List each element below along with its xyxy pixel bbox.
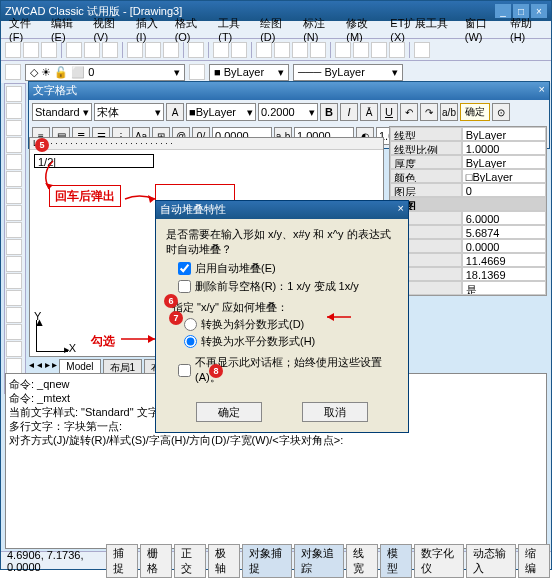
tp-icon[interactable] <box>371 42 387 58</box>
dyn-toggle[interactable]: 动态输入 <box>466 544 516 578</box>
ucs-icon: Y X ▲ ▸ <box>36 320 68 352</box>
rect-icon[interactable] <box>6 154 22 170</box>
menu-file[interactable]: 文件(F) <box>5 15 45 44</box>
annotation-dot-5: 5 <box>35 138 49 152</box>
redo-text-icon[interactable]: ↷ <box>420 103 438 121</box>
annotative-icon[interactable]: A <box>166 103 184 121</box>
cut-icon[interactable] <box>127 42 143 58</box>
linetype-combo[interactable]: ─── ByLayer▾ <box>293 64 403 81</box>
osnap-toggle[interactable]: 对象捕捉 <box>242 544 292 578</box>
zoom-icon[interactable] <box>274 42 290 58</box>
pline-icon[interactable] <box>6 120 22 136</box>
options-icon[interactable]: ⊙ <box>492 103 510 121</box>
menu-modify[interactable]: 修改(M) <box>342 15 384 44</box>
ellipsearc-icon[interactable] <box>6 256 22 272</box>
publish-icon[interactable] <box>102 42 118 58</box>
arc-icon[interactable] <box>6 171 22 187</box>
underline-icon[interactable]: U <box>380 103 398 121</box>
ok-button[interactable]: 确定 <box>196 402 262 422</box>
cmd-line: 对齐方式(J)/旋转(R)/样式(S)/字高(H)/方向(D)/字宽(W)/<字… <box>9 433 543 447</box>
properties-panel: 线型ByLayer 线型比例1.0000 厚度ByLayer 颜色□ByLaye… <box>389 126 547 296</box>
draw-toolbar <box>4 83 26 394</box>
redo-icon[interactable] <box>231 42 247 58</box>
menu-insert[interactable]: 插入(I) <box>132 15 169 44</box>
text-height-combo[interactable]: 0.2000▾ <box>258 103 318 121</box>
line-icon[interactable] <box>6 86 22 102</box>
menu-tools[interactable]: 工具(T) <box>214 15 254 44</box>
undo-text-icon[interactable]: ↶ <box>400 103 418 121</box>
remove-space-checkbox[interactable] <box>178 280 191 293</box>
ellipse-icon[interactable] <box>6 239 22 255</box>
dont-show-checkbox[interactable] <box>178 364 191 377</box>
font-combo[interactable]: 宋体▾ <box>94 103 164 121</box>
save-icon[interactable] <box>41 42 57 58</box>
ortho-toggle[interactable]: 正交 <box>174 544 206 578</box>
annotation-arrow-select <box>321 310 353 324</box>
bold-icon[interactable]: B <box>320 103 338 121</box>
menu-draw[interactable]: 绘图(D) <box>256 15 297 44</box>
prop-value[interactable]: ByLayer <box>462 127 546 141</box>
hatch-icon[interactable] <box>6 324 22 340</box>
copy-icon[interactable] <box>145 42 161 58</box>
scale-toggle[interactable]: 缩编 <box>518 544 550 578</box>
tablet-toggle[interactable]: 数字化仪 <box>414 544 464 578</box>
color-combo[interactable]: ■ ByLayer▾ <box>209 64 289 81</box>
layer-icon[interactable] <box>5 64 21 80</box>
spline-icon[interactable] <box>6 222 22 238</box>
xline-icon[interactable] <box>6 103 22 119</box>
ok-button[interactable]: 确定 <box>460 103 490 121</box>
preview-icon[interactable] <box>84 42 100 58</box>
block-icon[interactable] <box>6 290 22 306</box>
grid-toggle[interactable]: 栅格 <box>140 544 172 578</box>
stack-icon[interactable]: a/b <box>440 103 458 121</box>
undo-icon[interactable] <box>213 42 229 58</box>
dc-icon[interactable] <box>353 42 369 58</box>
revcloud-icon[interactable] <box>6 205 22 221</box>
insert-icon[interactable] <box>6 273 22 289</box>
polygon-icon[interactable] <box>6 137 22 153</box>
horizontal-radio[interactable] <box>184 335 197 348</box>
menu-dim[interactable]: 标注(N) <box>299 15 340 44</box>
otrack-toggle[interactable]: 对象追踪 <box>294 544 344 578</box>
polar-toggle[interactable]: 极轴 <box>208 544 240 578</box>
text-color-combo[interactable]: ■ByLayer▾ <box>186 103 256 121</box>
zoomw-icon[interactable] <box>292 42 308 58</box>
pan-icon[interactable] <box>256 42 272 58</box>
prop-icon[interactable] <box>335 42 351 58</box>
table-icon[interactable] <box>6 358 22 374</box>
overline-icon[interactable]: Ā <box>360 103 378 121</box>
print-icon[interactable] <box>66 42 82 58</box>
diagonal-radio[interactable] <box>184 318 197 331</box>
calc-icon[interactable] <box>389 42 405 58</box>
snap-toggle[interactable]: 捕捉 <box>106 544 138 578</box>
zoome-icon[interactable] <box>310 42 326 58</box>
paste-icon[interactable] <box>163 42 179 58</box>
help-icon[interactable] <box>414 42 430 58</box>
text-format-title: 文字格式 <box>33 83 77 99</box>
new-icon[interactable] <box>5 42 21 58</box>
menu-help[interactable]: 帮助(H) <box>506 15 547 44</box>
italic-icon[interactable]: I <box>340 103 358 121</box>
menu-format[interactable]: 格式(O) <box>171 15 213 44</box>
match-icon[interactable] <box>188 42 204 58</box>
menu-window[interactable]: 窗口(W) <box>461 15 504 44</box>
annotation-arrow <box>39 159 61 193</box>
dialog-close-icon[interactable]: × <box>398 202 404 218</box>
menu-edit[interactable]: 编辑(E) <box>47 15 88 44</box>
model-toggle[interactable]: 模型 <box>380 544 412 578</box>
enable-autostack-checkbox[interactable] <box>178 262 191 275</box>
prop-label: 线型 <box>390 127 462 141</box>
text-style-combo[interactable]: Standard▾ <box>32 103 92 121</box>
point-icon[interactable] <box>6 307 22 323</box>
layer-combo[interactable]: ◇ ☀ 🔓 ⬜ 0▾ <box>25 64 185 81</box>
cancel-button[interactable]: 取消 <box>302 402 368 422</box>
region-icon[interactable] <box>6 341 22 357</box>
menu-bar: 文件(F) 编辑(E) 视图(V) 插入(I) 格式(O) 工具(T) 绘图(D… <box>1 21 551 39</box>
text-format-close-icon[interactable]: × <box>539 83 545 99</box>
layer-prev-icon[interactable] <box>189 64 205 80</box>
menu-view[interactable]: 视图(V) <box>89 15 130 44</box>
menu-et[interactable]: ET扩展工具(X) <box>386 15 458 44</box>
circle-icon[interactable] <box>6 188 22 204</box>
open-icon[interactable] <box>23 42 39 58</box>
lwt-toggle[interactable]: 线宽 <box>346 544 378 578</box>
